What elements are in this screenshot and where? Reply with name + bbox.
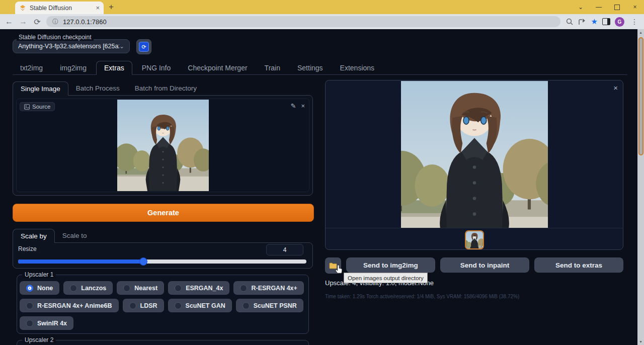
slider-fill — [18, 260, 143, 264]
tab-settings[interactable]: Settings — [290, 61, 331, 74]
checkpoint-label: Stable Diffusion checkpoint — [17, 34, 94, 41]
radio-icon — [26, 302, 33, 309]
tab-extras[interactable]: Extras — [96, 61, 132, 75]
checkpoint-dropdown[interactable]: Anything-V3-fp32.safetensors [625a2ba2] … — [13, 39, 130, 53]
slider-handle[interactable] — [139, 257, 147, 266]
tab-png-info[interactable]: PNG Info — [134, 61, 179, 74]
browser-menu-icon[interactable]: ⋮ — [629, 18, 640, 26]
resize-value-input[interactable]: 4 — [266, 244, 303, 255]
minimize-button[interactable]: — — [590, 0, 608, 14]
source-chip: Source — [20, 102, 55, 111]
upscaler1-option-none[interactable]: None — [20, 281, 59, 295]
main-tab-bar: txt2img img2img Extras PNG Info Checkpoi… — [13, 60, 627, 75]
tab-title: Stable Diffusion — [30, 5, 96, 12]
tab-scale-to[interactable]: Scale to — [55, 229, 95, 242]
upscaler1-option-scunet-gan[interactable]: ScuNET GAN — [168, 299, 232, 312]
source-label: Source — [32, 104, 50, 110]
upscaler1-group: Upscaler 1 None Lanczos Nearest ESRGAN_4… — [17, 275, 309, 334]
upscaler2-group: Upscaler 2 None Lanczos Nearest ESRGAN_4… — [17, 340, 309, 345]
radio-icon — [175, 302, 182, 309]
scale-tabs: Scale by Scale to — [13, 227, 313, 242]
back-button[interactable]: ← — [2, 17, 16, 26]
radio-icon — [26, 285, 33, 292]
upscaler2-label: Upscaler 2 — [22, 336, 56, 343]
tab-train[interactable]: Train — [257, 61, 288, 74]
close-result-icon[interactable]: × — [613, 83, 618, 92]
upscaler1-option-ldsr[interactable]: LDSR — [123, 299, 164, 312]
radio-icon — [26, 320, 33, 327]
send-to-extras-button[interactable]: Send to extras — [534, 257, 623, 273]
site-info-icon[interactable]: ⓘ — [52, 18, 58, 26]
performance-info-text: Time taken: 1.29s Torch active/reserved:… — [325, 294, 623, 299]
radio-icon — [240, 285, 247, 292]
resize-label: Resize — [18, 245, 307, 252]
clear-image-icon[interactable]: × — [301, 102, 305, 110]
radio-icon — [123, 285, 130, 292]
source-image-dropzone[interactable]: Source ✎ × — [16, 99, 309, 192]
upscaler1-option-scunet-psnr[interactable]: ScuNET PSNR — [236, 299, 303, 312]
scrollbar-down-icon[interactable]: ▼ — [639, 340, 642, 343]
mouse-cursor-hand — [335, 265, 344, 275]
scrollbar-thumb[interactable] — [638, 37, 643, 155]
reload-button[interactable]: ⟳ — [30, 17, 44, 27]
url-text: 127.0.0.1:7860 — [63, 18, 107, 26]
maximize-button[interactable] — [608, 0, 626, 14]
checkpoint-value: Anything-V3-fp32.safetensors [625a2ba2] — [18, 43, 119, 50]
tab-batch-from-directory[interactable]: Batch from Directory — [127, 81, 204, 95]
share-icon[interactable] — [578, 18, 587, 26]
image-icon — [24, 104, 30, 110]
browser-tab[interactable]: Stable Diffusion × — [15, 2, 104, 14]
side-panel-icon[interactable] — [602, 18, 610, 25]
radio-icon — [129, 302, 136, 309]
refresh-checkpoints-button[interactable]: ⟳ — [136, 39, 151, 54]
browser-titlebar: Stable Diffusion × + ⌄ — × — [0, 0, 644, 14]
gallery-thumbnail-strip — [326, 228, 623, 250]
radio-icon — [243, 302, 250, 309]
source-image[interactable] — [117, 100, 209, 191]
tab-single-image[interactable]: Single Image — [13, 81, 68, 96]
upscaler1-option-swinir4x[interactable]: SwinIR 4x — [20, 316, 73, 330]
tab-close-icon[interactable]: × — [96, 4, 100, 12]
result-image[interactable] — [401, 81, 548, 228]
result-gallery: × — [325, 80, 623, 250]
tab-extensions[interactable]: Extensions — [333, 61, 382, 74]
upscaler1-option-lanczos[interactable]: Lanczos — [63, 281, 113, 295]
resize-slider[interactable] — [18, 260, 306, 264]
tab-img2img[interactable]: img2img — [52, 61, 94, 74]
bookmark-star-icon[interactable]: ★ — [591, 17, 598, 26]
send-to-img2img-button[interactable]: Send to img2img — [346, 257, 435, 273]
upscaler1-option-nearest[interactable]: Nearest — [117, 281, 164, 295]
tab-checkpoint-merger[interactable]: Checkpoint Merger — [180, 61, 255, 74]
zoom-icon[interactable] — [566, 18, 574, 26]
upscaler1-option-resrgan-anime6b[interactable]: R-ESRGAN 4x+ Anime6B — [20, 299, 119, 312]
upscaler1-option-esrgan4x[interactable]: ESRGAN_4x — [168, 281, 229, 295]
scale-by-panel: Resize 4 — [13, 242, 313, 269]
favicon-stable-diffusion — [19, 5, 26, 12]
address-bar[interactable]: ⓘ 127.0.0.1:7860 — [46, 16, 560, 27]
stable-diffusion-webui: Stable Diffusion checkpoint Anything-V3-… — [0, 29, 637, 345]
send-to-inpaint-button[interactable]: Send to inpaint — [440, 257, 529, 273]
edit-image-icon[interactable]: ✎ — [291, 102, 296, 110]
new-tab-button[interactable]: + — [109, 2, 114, 12]
scrollbar-up-icon[interactable]: ▲ — [639, 31, 642, 34]
maximize-icon — [614, 5, 620, 10]
page-scrollbar[interactable]: ▲ ▼ — [637, 29, 644, 345]
upscaler1-option-resrgan4x[interactable]: R-ESRGAN 4x+ — [233, 281, 303, 295]
radio-icon — [70, 285, 77, 292]
tab-scale-by[interactable]: Scale by — [13, 229, 55, 243]
close-window-button[interactable]: × — [626, 0, 644, 14]
gallery-thumbnail[interactable] — [465, 230, 484, 249]
folder-button-tooltip: Open images output directory — [344, 273, 428, 283]
extras-sub-tabs: Single Image Batch Process Batch from Di… — [13, 79, 313, 95]
generate-button[interactable]: Generate — [13, 204, 314, 222]
browser-toolbar: ← → ⟳ ⓘ 127.0.0.1:7860 ★ G ⋮ — [0, 14, 644, 29]
forward-button[interactable]: → — [16, 17, 30, 26]
refresh-icon: ⟳ — [139, 42, 149, 52]
tab-txt2img[interactable]: txt2img — [13, 61, 50, 74]
upscaler1-label: Upscaler 1 — [22, 271, 56, 278]
tab-batch-process[interactable]: Batch Process — [68, 81, 127, 95]
thumbnail-image — [466, 231, 483, 248]
profile-avatar[interactable]: G — [615, 17, 624, 27]
radio-icon — [175, 285, 182, 292]
tab-search-icon[interactable]: ⌄ — [572, 0, 590, 14]
